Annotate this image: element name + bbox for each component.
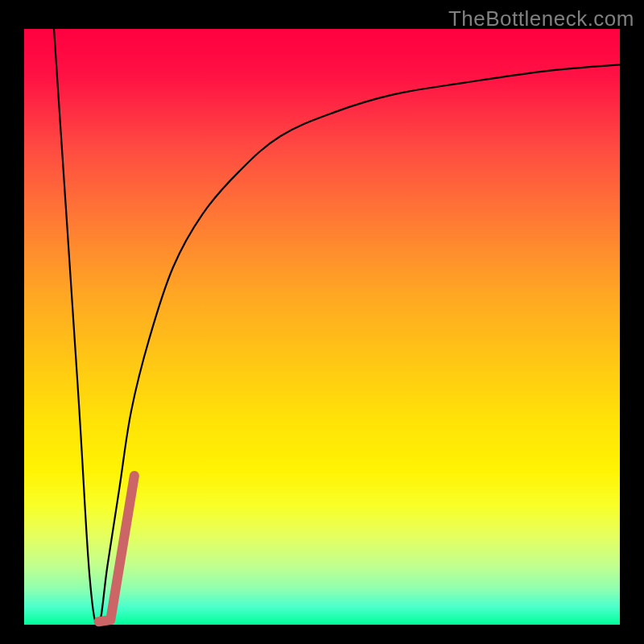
watermark-text: TheBottleneck.com [448,6,634,31]
plot-area [24,29,620,625]
curve-layer [24,29,620,625]
chart-stage: TheBottleneck.com [0,0,644,644]
black-curve-path [54,29,620,625]
